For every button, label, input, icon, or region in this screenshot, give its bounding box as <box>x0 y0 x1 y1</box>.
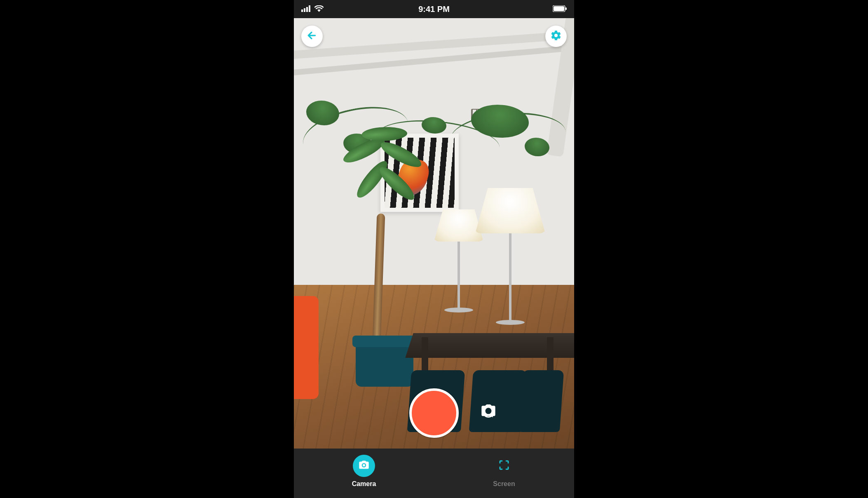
table-lamp <box>475 188 545 325</box>
svg-point-7 <box>363 464 365 467</box>
bottom-tab-bar: Camera Screen <box>294 449 574 498</box>
camera-viewfinder[interactable] <box>294 18 574 449</box>
gear-icon <box>550 30 562 43</box>
wifi-icon <box>314 5 324 14</box>
svg-rect-1 <box>304 8 305 12</box>
cellular-signal-icon <box>301 5 311 14</box>
svg-rect-6 <box>565 7 567 10</box>
record-button[interactable] <box>409 388 459 438</box>
tab-screen[interactable]: Screen <box>479 455 529 488</box>
tab-screen-label: Screen <box>493 480 515 488</box>
svg-rect-0 <box>301 9 303 12</box>
svg-rect-2 <box>306 7 308 12</box>
settings-button[interactable] <box>545 26 567 47</box>
status-bar: 9:41 PM <box>294 0 574 18</box>
screen-record-icon <box>498 459 510 473</box>
svg-rect-5 <box>554 6 564 11</box>
tab-camera[interactable]: Camera <box>339 455 389 488</box>
camera-icon <box>358 459 370 472</box>
battery-icon <box>553 5 567 14</box>
svg-rect-3 <box>309 5 310 12</box>
tab-camera-label: Camera <box>352 480 376 488</box>
orange-sofa <box>294 296 319 399</box>
arrow-left-icon <box>307 30 317 42</box>
flip-camera-button[interactable] <box>479 402 497 420</box>
plant-pot <box>356 341 413 387</box>
status-time: 9:41 PM <box>294 5 574 14</box>
phone-frame: 9:41 PM <box>294 0 574 498</box>
flip-camera-icon <box>480 402 497 420</box>
back-button[interactable] <box>301 26 323 47</box>
